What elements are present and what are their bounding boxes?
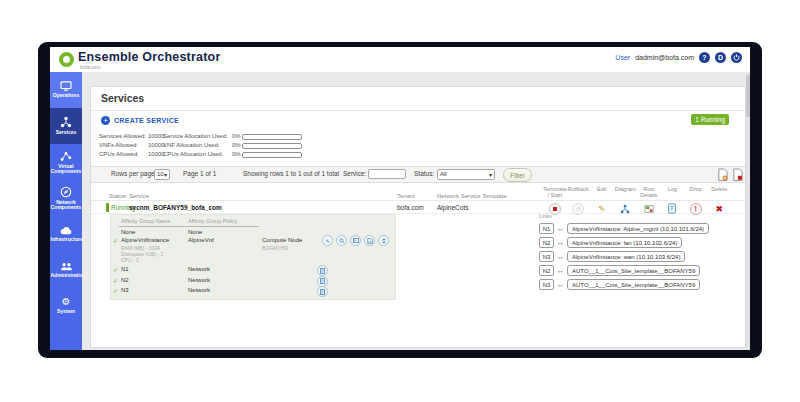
col-template: Network Service Template — [437, 193, 507, 199]
sidebar-item-operations[interactable]: Operations — [50, 72, 82, 108]
table-row[interactable]: Running svcnm_BOFANY59_bofa_com bofa.com… — [91, 200, 745, 214]
affinity-row-policy: None — [188, 229, 202, 235]
link-arrow-icon: ↔ — [557, 252, 564, 261]
col-service: Service — [129, 193, 149, 199]
edit-icon[interactable]: ✎ — [598, 204, 606, 214]
port-box: N2 — [539, 237, 554, 248]
n1-log-icon[interactable] — [317, 265, 328, 276]
title-divider — [91, 110, 745, 111]
diagram-icon[interactable] — [620, 204, 630, 214]
vnf-used-label: VNF Allocation Used: — [163, 142, 220, 148]
create-service-plus-icon[interactable]: + — [101, 116, 110, 125]
n3-log-icon[interactable] — [317, 286, 328, 297]
service-filter-input[interactable] — [368, 169, 406, 179]
log-icon[interactable] — [667, 203, 677, 214]
monitor-frame: Ensemble Orchestrator bofa.com User dadm… — [38, 42, 762, 358]
rollback-icon[interactable]: ↺ — [572, 203, 584, 215]
filter-button[interactable]: Filter — [503, 168, 532, 182]
port-box: N3 — [539, 279, 554, 290]
service-filter-label: Service: — [343, 170, 366, 177]
app-header: Ensemble Orchestrator bofa.com User dadm… — [50, 47, 750, 73]
page-info: Page 1 of 1 — [183, 170, 216, 177]
sidebar-item-virtual-components[interactable]: Virtual Components — [50, 144, 82, 180]
vnf-levels-icon[interactable] — [378, 235, 389, 246]
services-allowed-label: Services Allowed: — [99, 133, 146, 139]
template-cell: AlpineCots — [437, 204, 468, 211]
power-icon[interactable] — [731, 52, 742, 63]
link-target: AlpineVnfInstance: lan (10.10.102.6/24) — [567, 237, 682, 248]
link-item: N3 ↔ AUTO__1__Cots_Site_template__BOFANY… — [539, 279, 700, 290]
help-icon[interactable]: ? — [699, 52, 710, 63]
link-arrow-icon: ↔ — [557, 280, 564, 289]
network-n1-name: N1 — [121, 266, 129, 272]
vnf-terminal-icon[interactable] — [350, 235, 361, 246]
col-tenant: Tenant — [397, 193, 415, 199]
link-item: N1 ↔ AlpineVnfInstance: Alpine_mgmt (10.… — [539, 223, 709, 234]
network-n2-policy: Network — [188, 277, 210, 283]
affinity-panel: Affinity Group Name Affinity Group Polic… — [110, 214, 396, 300]
cpu-used-value: 0% — [232, 151, 241, 157]
row-details-icon[interactable] — [644, 204, 654, 214]
affinity-name-header: Affinity Group Name — [121, 218, 170, 224]
page-add-icon[interactable] — [717, 168, 728, 181]
sidebar-item-system[interactable]: ⚙ System — [50, 288, 82, 324]
compute-node-value: BOFANY59 — [262, 245, 288, 251]
delete-icon[interactable]: ✖ — [715, 204, 723, 214]
brand-icon[interactable]: D — [715, 52, 726, 63]
compass-icon — [60, 186, 72, 198]
vnfs-allowed-label: VNFs Allowed: — [99, 142, 138, 148]
affinity-header-rule — [119, 226, 259, 227]
app-subtitle: bofa.com — [80, 64, 101, 70]
rows-per-page-label: Rows per page — [111, 170, 155, 177]
status-bar — [106, 203, 109, 212]
scrollbar-thumb[interactable] — [746, 75, 750, 117]
affinity-policy-header: Affinity Group Policy — [188, 218, 237, 224]
network-n3-policy: Network — [188, 287, 210, 293]
services-panel: Services + CREATE SERVICE 1 Running Serv… — [90, 86, 746, 348]
status-filter-select[interactable]: All▾ — [437, 169, 495, 180]
vnf-policy: AlpineVnf — [188, 237, 214, 243]
sidebar-item-network-components[interactable]: Network Components — [50, 180, 82, 216]
page-remove-icon[interactable] — [732, 168, 743, 181]
link-item: N3 ↔ AlpineVnfInstance: wan (10.10.103.6… — [539, 251, 685, 262]
link-target: AUTO__1__Cots_Site_template__BOFANY59 — [567, 265, 700, 276]
vnf-instance-name: AlpineVnfInstance — [121, 237, 169, 243]
ensemble-logo-icon — [59, 52, 74, 67]
tenant-cell: bofa.com — [397, 204, 424, 211]
action-columns-header: Terminate / StartRollback EditDiagram Ro… — [543, 186, 731, 198]
sidebar-item-infrastructure[interactable]: Infrastructure — [50, 216, 82, 252]
user-email: dadmin@bofa.com — [635, 54, 694, 61]
virtual-nodes-icon — [60, 150, 72, 162]
check-icon: ✓ — [113, 237, 118, 244]
port-box: N3 — [539, 251, 554, 262]
app-title: Ensemble Orchestrator — [78, 50, 220, 64]
link-item: N2 ↔ AUTO__1__Cots_Site_template__BOFANY… — [539, 265, 700, 276]
service-used-label: Service Allocation Used: — [163, 133, 228, 139]
sidebar: Operations Services Virtual Components N… — [50, 72, 82, 350]
link-arrow-icon: ↔ — [557, 266, 564, 275]
app-window: Ensemble Orchestrator bofa.com User dadm… — [50, 47, 750, 350]
service-used-bar — [242, 134, 302, 140]
vnf-inspect-icon[interactable] — [336, 235, 347, 246]
rows-per-page-select[interactable]: 10▾ — [154, 169, 170, 180]
cpu-used-bar — [242, 152, 302, 158]
vnf-export-icon[interactable] — [364, 235, 375, 246]
link-target: AlpineVnfInstance: wan (10.10.103.6/24) — [567, 251, 685, 262]
sidebar-item-services[interactable]: Services — [50, 108, 82, 144]
running-count-badge: 1 Running — [691, 114, 729, 125]
sidebar-item-administration[interactable]: Administration — [50, 252, 82, 288]
link-arrow-icon: ↔ — [557, 224, 564, 233]
check-icon: ✓ — [113, 287, 118, 294]
vnf-used-value: 0% — [232, 142, 241, 148]
vnf-spec-cpu: CPU - 1 — [121, 257, 139, 263]
vnf-console-icon[interactable]: ✎ — [322, 235, 333, 246]
service-used-value: 0% — [232, 133, 241, 139]
link-item: N2 ↔ AlpineVnfInstance: lan (10.10.102.6… — [539, 237, 682, 248]
create-service-button[interactable]: CREATE SERVICE — [114, 117, 179, 124]
showing-info: Showing rows 1 to 1 out of 1 total — [243, 170, 339, 177]
check-icon: ✓ — [113, 277, 118, 284]
hierarchy-icon — [60, 116, 72, 128]
n2-log-icon[interactable] — [317, 276, 328, 287]
links-title: Links — [539, 213, 552, 219]
drop-icon[interactable]: ! — [690, 203, 702, 215]
